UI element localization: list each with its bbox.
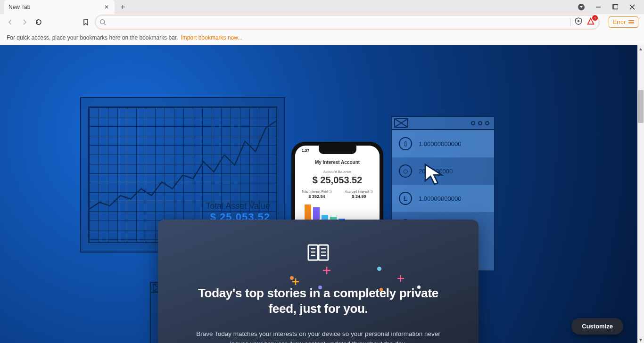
scroll-up-icon[interactable]: ▲ [637,45,644,52]
book-icon [307,243,329,262]
search-icon [99,19,106,25]
bookmarks-bar: For quick access, place your bookmarks h… [0,30,644,45]
close-tab-icon[interactable]: ✕ [103,4,110,10]
crypto-row: ₿1.00000000000 [392,130,494,157]
profile-menu-icon[interactable] [577,3,586,11]
shield-icon[interactable] [574,17,583,27]
phone-balance-label: Account Balance [295,170,380,174]
close-window-icon[interactable] [628,3,636,11]
svg-point-7 [578,20,580,23]
svg-point-5 [100,20,105,24]
svg-rect-2 [614,5,618,9]
cursor-icon [422,161,448,188]
bookmark-icon[interactable] [81,17,91,27]
scrollbar-thumb[interactable] [638,90,644,123]
scroll-down-icon[interactable]: ▼ [637,336,644,343]
phone-time: 1:57 [302,148,309,153]
svg-line-6 [104,24,106,25]
customize-button[interactable]: Customize [571,318,623,335]
scrollbar-track[interactable]: ▲ ▼ [637,45,644,343]
coin-icon: Ł [399,192,412,205]
coin-value: 1.00000000000 [419,195,461,202]
window-controls [570,0,644,14]
phone-right-label: Accrued Interest [345,190,369,193]
brave-rewards-icon[interactable]: 1 [586,17,595,27]
import-bookmarks-link[interactable]: Import bookmarks now... [181,34,243,41]
back-button [6,17,15,27]
content-area: Total Asset Value $ 25,053.52 1:57 My In… [0,45,644,343]
forward-button [20,17,29,27]
phone-left-label: Total Interest Paid [302,190,328,193]
maximize-icon[interactable] [611,3,619,11]
bookmarks-hint: For quick access, place your bookmarks h… [7,34,178,41]
phone-right-value: $ 24.90 [345,194,373,199]
minimize-icon[interactable] [594,3,603,11]
url-input[interactable] [110,19,566,26]
promo-body: Brave Today matches your interests on yo… [196,329,441,343]
brave-today-card: Today's top stories in a completely priv… [158,220,479,343]
coin-icon: ₿ [399,137,412,150]
menu-icon [628,20,634,24]
coin-value: 1.00000000000 [419,140,461,147]
error-label: Error [613,19,626,25]
chart-title: Total Asset Value [206,201,270,211]
tab-strip: New Tab ✕ + [0,0,644,14]
promo-headline: Today's top stories in a completely priv… [196,286,441,316]
divider [570,18,570,26]
customize-label: Customize [582,323,613,330]
browser-tab[interactable]: New Tab ✕ [4,0,115,14]
tab-title: New Tab [8,4,103,10]
coin-icon: ◇ [399,164,412,178]
rewards-badge: 1 [592,15,598,21]
crypto-row: Ł1.00000000000 [392,185,494,212]
background-image: Total Asset Value $ 25,053.52 1:57 My In… [0,45,637,343]
reload-button[interactable] [34,17,43,27]
phone-balance-value: $ 25,053.52 [295,175,380,186]
phone-left-value: $ 352.54 [302,194,332,199]
phone-title: My Interest Account [295,160,380,165]
toolbar: 1 Error [0,14,644,30]
error-button[interactable]: Error [609,16,638,28]
address-bar[interactable]: 1 [95,15,599,29]
new-tab-button[interactable]: + [120,2,125,12]
